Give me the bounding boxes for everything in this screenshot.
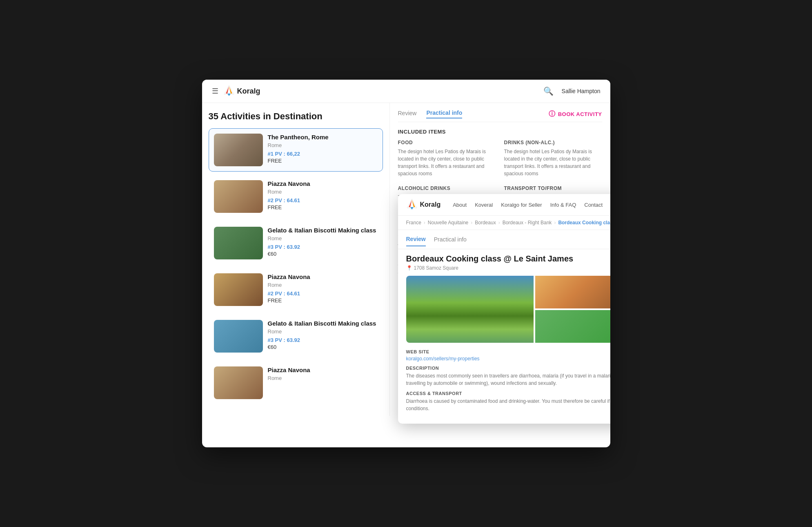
- activity-name: Piazza Navona: [268, 180, 378, 187]
- overlay-logo-text: Koralg: [420, 201, 441, 208]
- nav-about[interactable]: About: [453, 202, 467, 208]
- tab-review[interactable]: Review: [398, 110, 417, 118]
- food-item: FOOD The design hotel Les Patios dy Mara…: [398, 140, 496, 177]
- breadcrumb-separator: ›: [424, 220, 425, 226]
- info-circle-icon: ⓘ: [549, 110, 556, 118]
- activity-card[interactable]: Gelato & Italian Biscotti Making class R…: [209, 315, 383, 358]
- nav-contact[interactable]: Contact: [584, 202, 603, 208]
- breadcrumb-separator: ›: [498, 220, 500, 226]
- tab-practical-info[interactable]: Practical info: [426, 109, 462, 118]
- app-header: ☰ Koralg 🔍 Sallie Hampton: [202, 80, 610, 103]
- overlay-window: Koralg About Koveral Koralgo for Seller …: [398, 194, 610, 424]
- activity-price: FREE: [268, 158, 378, 164]
- activity-name: Gelato & Italian Biscotti Making class: [268, 320, 378, 327]
- activity-name: Piazza Navona: [268, 273, 378, 280]
- breadcrumb-item[interactable]: Bordeaux: [475, 220, 496, 226]
- overlay-location-text: 1708 Samoz Square: [414, 265, 458, 271]
- activity-card[interactable]: Piazza Navona Rome #2 PV : 64.61 FREE: [209, 175, 383, 218]
- transport-title: TRANSPORT TO/FROM: [504, 185, 602, 191]
- svg-marker-6: [412, 200, 415, 207]
- activity-sidebar: 35 Activities in Destination The Pantheo…: [202, 103, 390, 416]
- activity-name: Piazza Navona: [268, 366, 378, 373]
- activity-card[interactable]: Piazza Navona Rome: [209, 361, 383, 404]
- location-pin-icon: 📍: [406, 265, 412, 271]
- overlay-location: 📍 1708 Samoz Square: [406, 265, 610, 271]
- breadcrumb: France › Nouvelle Aquitaine › Bordeaux ›…: [398, 216, 610, 230]
- drinks-title: DRINKS (NON-ALC.): [504, 140, 602, 145]
- menu-icon[interactable]: ☰: [212, 87, 218, 96]
- overlay-tab-review[interactable]: Review: [406, 236, 426, 246]
- photo-thumb-1[interactable]: [535, 276, 610, 308]
- breadcrumb-separator: ›: [554, 220, 556, 226]
- svg-marker-1: [226, 86, 229, 94]
- activity-details: Gelato & Italian Biscotti Making class R…: [268, 320, 378, 353]
- activity-thumbnail: [214, 366, 263, 399]
- breadcrumb-separator: ›: [471, 220, 472, 226]
- photo-thumb-3[interactable]: [535, 310, 610, 343]
- tab-bar: Review Practical info ⓘ BOOK ACTIVITY: [398, 109, 602, 122]
- activity-rank: #3 PV : 63.92: [268, 244, 378, 250]
- browser-window: ☰ Koralg 🔍 Sallie Hampton 35 Activities …: [202, 80, 610, 447]
- activity-card[interactable]: The Pantheon, Rome Rome #1 PV : 66,22 FR…: [209, 128, 383, 172]
- alcoholic-title: ALCOHOLIC DRINKS: [398, 185, 496, 191]
- svg-marker-5: [409, 200, 412, 207]
- overlay-title: Bordeaux Cooking class @ Le Saint James: [406, 254, 610, 264]
- activity-location: Rome: [268, 375, 378, 381]
- activity-card[interactable]: Piazza Navona Rome #2 PV : 64.61 FREE: [209, 268, 383, 311]
- activity-price: €60: [268, 251, 378, 257]
- search-icon[interactable]: 🔍: [543, 86, 554, 96]
- logo-icon: [223, 85, 235, 98]
- breadcrumb-item[interactable]: Nouvelle Aquitaine: [428, 220, 468, 226]
- access-text: Diarrhoea is caused by contaminated food…: [406, 397, 610, 412]
- activity-location: Rome: [268, 282, 378, 288]
- overlay-tab-bar: Review Practical info ⓘ BOOK ACTIVITY ⤤ …: [398, 230, 610, 249]
- activity-name: The Pantheon, Rome: [268, 134, 378, 141]
- drinks-item: DRINKS (NON-ALC.) The design hotel Les P…: [504, 140, 602, 177]
- activity-details: Piazza Navona Rome #2 PV : 64.61 FREE: [268, 273, 378, 306]
- activity-details: Piazza Navona Rome: [268, 366, 378, 399]
- overlay-tab-practical[interactable]: Practical info: [434, 236, 467, 246]
- svg-marker-7: [410, 207, 414, 210]
- food-title: FOOD: [398, 140, 496, 145]
- activity-location: Rome: [268, 235, 378, 241]
- logo-text: Koralg: [237, 87, 260, 96]
- access-section-title: ACCESS & TRANSPORT: [406, 391, 610, 396]
- food-text: The design hotel Les Patios dy Marais is…: [398, 148, 496, 177]
- overlay-content: Bordeaux Cooking class @ Le Saint James …: [398, 249, 610, 424]
- book-activity-button[interactable]: ⓘ BOOK ACTIVITY: [549, 110, 602, 118]
- sidebar-title: 35 Activities in Destination: [209, 111, 383, 122]
- description-text: The diseases most commonly seen in trave…: [406, 372, 610, 387]
- overlay-logo-icon: [406, 198, 418, 211]
- activity-rank: #1 PV : 66,22: [268, 151, 378, 157]
- user-name: Sallie Hampton: [562, 88, 601, 94]
- activity-thumbnail: [214, 273, 263, 306]
- drinks-text: The design hotel Les Patios dy Marais is…: [504, 148, 602, 177]
- breadcrumb-item[interactable]: France: [406, 220, 421, 226]
- nav-koveral[interactable]: Koveral: [475, 202, 493, 208]
- included-items-title: INCLUDED ITEMS: [398, 129, 602, 135]
- nav-info-faq[interactable]: Info & FAQ: [550, 202, 576, 208]
- activity-thumbnail: [214, 134, 263, 166]
- activity-rank: #2 PV : 64.61: [268, 290, 378, 297]
- activity-rank: #2 PV : 64.61: [268, 197, 378, 203]
- activity-location: Rome: [268, 189, 378, 195]
- main-photo[interactable]: [406, 276, 534, 343]
- activity-thumbnail: [214, 227, 263, 259]
- activity-location: Rome: [268, 142, 378, 148]
- website-section-title: WEB SITE: [406, 349, 610, 354]
- photo-grid: ⊞ All photos: [406, 276, 610, 343]
- activity-price: €60: [268, 344, 378, 350]
- description-section-title: DESCRIPTION: [406, 366, 610, 371]
- nav-koralgo-seller[interactable]: Koralgo for Seller: [501, 202, 542, 208]
- activity-price: FREE: [268, 297, 378, 304]
- svg-marker-0: [224, 85, 234, 94]
- activity-details: Piazza Navona Rome #2 PV : 64.61 FREE: [268, 180, 378, 213]
- website-link[interactable]: koralgo.com/sellers/my-properties: [406, 356, 610, 362]
- breadcrumb-item[interactable]: Bordeaux - Right Bank: [503, 220, 552, 226]
- overlay-logo[interactable]: Koralg: [406, 198, 441, 211]
- logo[interactable]: Koralg: [223, 85, 260, 98]
- activity-card[interactable]: Gelato & Italian Biscotti Making class R…: [209, 221, 383, 265]
- activity-thumbnail: [214, 320, 263, 353]
- svg-marker-4: [407, 199, 417, 208]
- activity-location: Rome: [268, 328, 378, 335]
